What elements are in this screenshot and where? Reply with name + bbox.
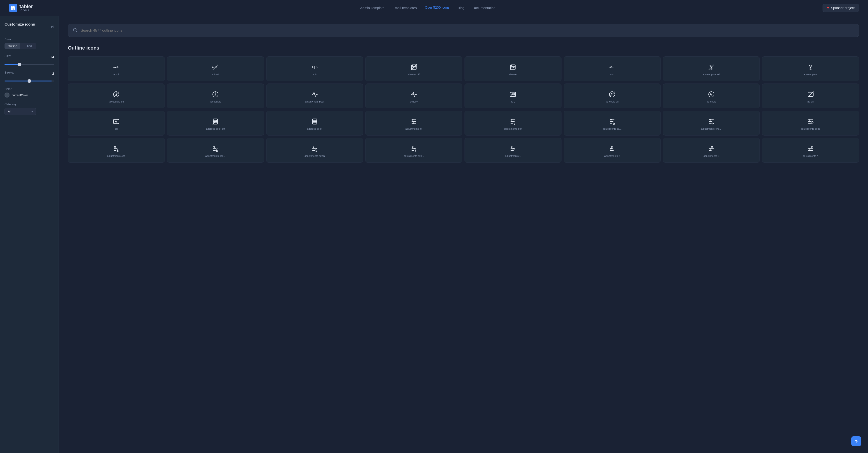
style-outline-btn[interactable]: Outline — [4, 43, 20, 49]
icon-card-adjustments-cancel[interactable]: adjustments-ca... — [564, 111, 661, 136]
sidebar-header: Customize icons ↺ — [4, 22, 54, 32]
content-area: Outline icons A↔B a-b-2 A~B a-b-off A|B … — [59, 16, 868, 453]
svg-text:A|B: A|B — [312, 65, 318, 69]
style-section: Style: Outline Filled — [4, 37, 54, 49]
color-text: currentColor — [12, 93, 28, 97]
icon-card-ad[interactable]: ad — [68, 111, 165, 136]
icon-card-accessible-off[interactable]: accessible-off — [68, 84, 165, 108]
icon-label: ad-2 — [510, 100, 515, 103]
logo-icon — [9, 4, 17, 12]
search-icon — [72, 27, 78, 33]
section-title: Outline icons — [68, 45, 859, 51]
icon-label: adjustments-exc... — [404, 154, 424, 157]
icon-label: adjustments-ca... — [602, 128, 622, 130]
logo-sub: ICONS — [20, 9, 33, 12]
icon-card-activity-heartbeat[interactable]: activity-heartbeat — [266, 84, 363, 108]
icon-card-a-b-2[interactable]: A↔B a-b-2 — [68, 56, 165, 81]
icon-card-abacus-off[interactable]: abacus-off — [365, 56, 462, 81]
icon-label: access-point-off — [703, 73, 720, 76]
nav-admin-template[interactable]: Admin Template — [360, 6, 384, 10]
icon-card-ad-circle[interactable]: ad-circle — [663, 84, 760, 108]
icon-card-abacus[interactable]: abacus — [465, 56, 561, 81]
style-row: Style: — [4, 37, 54, 43]
icon-card-address-book[interactable]: address-book — [266, 111, 363, 136]
icon-card-ad-circle-off[interactable]: ad-circle-off — [564, 84, 661, 108]
color-section: Color: currentColor — [4, 87, 54, 97]
icon-label: adjustments-che... — [701, 128, 721, 130]
icon-card-ad-off[interactable]: ad-off — [762, 84, 859, 108]
svg-point-45 — [314, 121, 315, 122]
nav-email-templates[interactable]: Email templates — [393, 6, 417, 10]
sponsor-label: Sponsor project — [831, 6, 855, 10]
icon-card-abc[interactable]: Abc abc — [564, 56, 661, 81]
icon-card-adjustments-dollar[interactable]: adjustments-doll... — [167, 138, 264, 163]
icon-card-adjustments-down[interactable]: adjustments-down — [266, 138, 363, 163]
stroke-slider[interactable] — [4, 81, 54, 81]
svg-point-23 — [215, 93, 216, 93]
category-dropdown[interactable]: All ▾ — [4, 108, 36, 115]
search-bar — [68, 24, 859, 37]
chevron-down-icon: ▾ — [31, 110, 33, 113]
icon-label: ad-circle-off — [606, 100, 618, 103]
size-row: Size: 24 — [4, 54, 54, 59]
icon-card-a-b-off[interactable]: A~B a-b-off — [167, 56, 264, 81]
icon-label: adjustments-2 — [604, 154, 620, 157]
color-swatch[interactable] — [4, 92, 9, 97]
icon-card-accessible[interactable]: accessible — [167, 84, 264, 108]
icon-card-adjustments-code[interactable]: adjustments-code — [762, 111, 859, 136]
icon-card-ad-2[interactable]: ad-2 — [465, 84, 561, 108]
stroke-label: Stroke: — [4, 71, 14, 74]
icon-card-extra-4[interactable]: adjustments-4 — [762, 138, 859, 163]
category-label: Category: — [4, 103, 17, 106]
nav-blog[interactable]: Blog — [458, 6, 465, 10]
icon-label: activity-heartbeat — [305, 100, 324, 103]
svg-point-95 — [414, 148, 415, 149]
icon-label: address-book — [307, 128, 322, 130]
icon-card-extra-1[interactable]: adjustments-1 — [465, 138, 561, 163]
svg-point-97 — [415, 152, 415, 152]
logo-name: tabler — [20, 4, 33, 9]
reset-icon[interactable]: ↺ — [51, 25, 54, 30]
icon-label: adjustments-doll... — [205, 154, 225, 157]
icon-card-access-point[interactable]: access-point — [762, 56, 859, 81]
svg-point-90 — [315, 148, 316, 149]
style-toggle[interactable]: Outline Filled — [4, 43, 36, 49]
navbar: tabler ICONS Admin Template Email templa… — [0, 0, 868, 16]
category-row: Category: — [4, 103, 54, 108]
scroll-top-button[interactable] — [851, 436, 861, 446]
icon-label: ad-off — [807, 100, 814, 103]
icon-card-a-b[interactable]: A|B a-b — [266, 56, 363, 81]
color-row: Color: — [4, 87, 54, 92]
icon-card-adjustments-check[interactable]: adjustments-che... — [663, 111, 760, 136]
svg-line-1 — [76, 31, 77, 32]
icon-card-adjustments-bolt[interactable]: adjustments-bolt — [465, 111, 561, 136]
style-filled-btn[interactable]: Filled — [20, 43, 36, 49]
icon-card-adjustments-alt[interactable]: adjustments-alt — [365, 111, 462, 136]
svg-point-84 — [216, 148, 217, 149]
search-input[interactable] — [81, 29, 854, 33]
icon-card-adjustments-cog[interactable]: adjustments-cog — [68, 138, 165, 163]
icon-card-extra-2[interactable]: adjustments-2 — [564, 138, 661, 163]
icon-label: address-book-off — [206, 128, 225, 130]
icon-label: abacus-off — [408, 73, 420, 76]
icon-card-extra-3[interactable]: adjustments-3 — [663, 138, 760, 163]
icon-card-address-book-off[interactable]: address-book-off — [167, 111, 264, 136]
size-label: Size: — [4, 54, 11, 58]
size-slider[interactable] — [4, 64, 54, 65]
nav-documentation[interactable]: Documentation — [473, 6, 495, 10]
icon-card-access-point-off[interactable]: access-point-off — [663, 56, 760, 81]
sponsor-button[interactable]: ♥ Sponsor project — [823, 4, 859, 12]
svg-rect-12 — [510, 65, 515, 69]
icon-card-activity[interactable]: activity — [365, 84, 462, 108]
svg-point-22 — [213, 92, 218, 97]
icon-label: adjustments-alt — [405, 128, 422, 130]
stroke-section: Stroke: 2 — [4, 71, 54, 82]
stroke-value: 2 — [52, 72, 54, 75]
icon-card-adjustments-exclamation[interactable]: adjustments-exc... — [365, 138, 462, 163]
icon-label: access-point — [804, 73, 817, 76]
svg-text:Abc: Abc — [609, 66, 614, 69]
nav-icons[interactable]: Over 5200 icons — [425, 5, 450, 10]
icon-label: abc — [610, 73, 614, 76]
icon-label: adjustments-3 — [704, 154, 719, 157]
logo[interactable]: tabler ICONS — [9, 4, 33, 12]
